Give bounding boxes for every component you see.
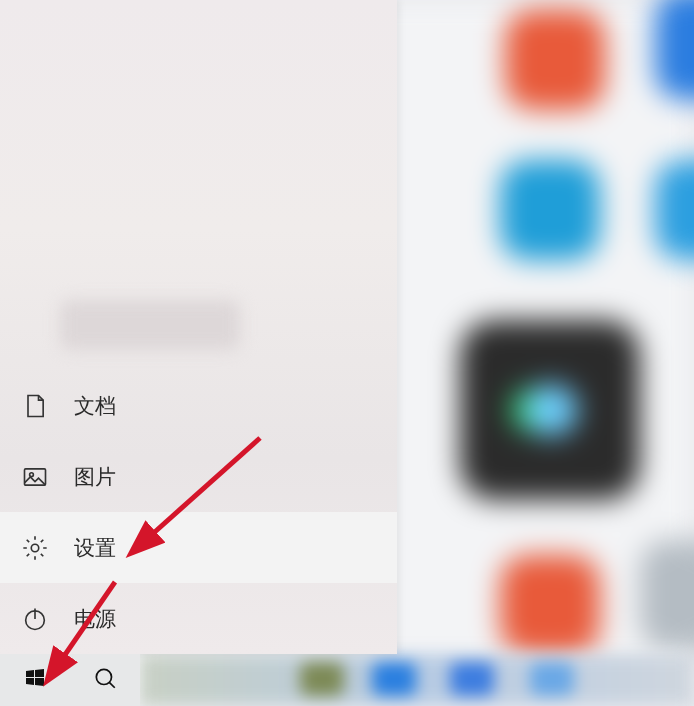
windows-logo-icon xyxy=(23,666,47,694)
svg-point-2 xyxy=(31,544,38,551)
svg-point-1 xyxy=(30,472,34,476)
start-menu-list: 文档 图片 设置 电源 xyxy=(0,370,397,654)
start-menu-panel: 文档 图片 设置 电源 xyxy=(0,0,397,654)
start-button[interactable] xyxy=(0,654,70,706)
power-icon xyxy=(20,604,50,634)
taskbar-left-buttons xyxy=(0,654,140,706)
sidebar-item-label: 设置 xyxy=(74,534,116,562)
sidebar-item-power[interactable]: 电源 xyxy=(0,583,397,654)
sidebar-item-pictures[interactable]: 图片 xyxy=(0,441,397,512)
document-icon xyxy=(20,391,50,421)
pictures-icon xyxy=(20,462,50,492)
taskbar-background xyxy=(140,654,694,706)
gear-icon xyxy=(20,533,50,563)
sidebar-item-label: 图片 xyxy=(74,463,116,491)
svg-line-6 xyxy=(110,683,115,688)
svg-point-5 xyxy=(96,669,111,684)
search-icon xyxy=(92,665,118,695)
sidebar-item-documents[interactable]: 文档 xyxy=(0,370,397,441)
sidebar-item-label: 文档 xyxy=(74,392,116,420)
sidebar-item-settings[interactable]: 设置 xyxy=(0,512,397,583)
sidebar-item-label: 电源 xyxy=(74,605,116,633)
blurred-app-entry xyxy=(60,300,240,350)
search-button[interactable] xyxy=(70,654,140,706)
